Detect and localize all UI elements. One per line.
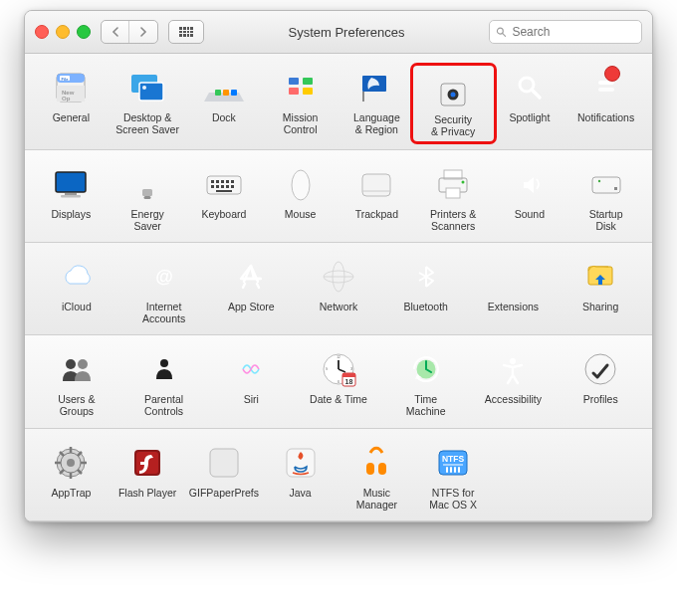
- minimize-window-button[interactable]: [56, 25, 70, 39]
- show-all-button[interactable]: [168, 20, 204, 44]
- pref-item-users[interactable]: Users &Groups: [33, 349, 120, 417]
- extensions-icon: [493, 257, 533, 297]
- pref-item-notifications[interactable]: Notifications: [567, 68, 644, 135]
- pref-item-label: Date & Time: [310, 393, 367, 417]
- pref-item-music[interactable]: MusicManager: [338, 443, 415, 511]
- search-input[interactable]: [510, 24, 635, 40]
- pref-item-label: MissionControl: [283, 111, 319, 135]
- pref-item-energy[interactable]: EnergySaver: [110, 164, 186, 232]
- pref-item-extensions[interactable]: Extensions: [470, 257, 558, 324]
- pref-item-timemachine[interactable]: TimeMachine: [382, 349, 470, 417]
- pref-item-label: General: [53, 111, 90, 135]
- pref-item-label: Dock: [212, 111, 236, 135]
- pref-item-label: Desktop &Screen Saver: [115, 111, 179, 135]
- pref-item-mission[interactable]: MissionControl: [262, 68, 338, 135]
- pref-item-label: Users &Groups: [58, 393, 95, 417]
- pref-item-flash[interactable]: Flash Player: [110, 443, 186, 511]
- app-store-icon: [231, 257, 271, 297]
- pref-item-label: Printers &Scanners: [430, 208, 476, 232]
- profiles-icon: [580, 349, 620, 389]
- sharing-icon: [580, 257, 620, 297]
- parental-controls-icon: [144, 349, 184, 389]
- pref-item-label: Notifications: [577, 111, 634, 135]
- search-icon: [496, 26, 506, 38]
- date-time-icon: [319, 349, 358, 389]
- pref-item-label: Sharing: [582, 301, 618, 324]
- time-machine-icon: [406, 349, 446, 389]
- pref-item-trackpad[interactable]: Trackpad: [338, 164, 415, 232]
- back-button[interactable]: [102, 21, 129, 43]
- pref-item-datetime[interactable]: Date & Time: [295, 349, 382, 417]
- forward-button[interactable]: [129, 21, 157, 43]
- pref-item-displays[interactable]: Displays: [33, 164, 110, 232]
- pref-item-desktop[interactable]: Desktop &Screen Saver: [110, 68, 186, 135]
- pref-item-label: Accessibility: [485, 393, 542, 417]
- pref-item-internet[interactable]: InternetAccounts: [120, 257, 208, 324]
- window-controls: [35, 25, 91, 39]
- pref-item-icloud[interactable]: iCloud: [33, 257, 120, 324]
- pref-item-ntfs[interactable]: NTFS forMac OS X: [415, 443, 492, 511]
- chevron-right-icon: [139, 27, 147, 37]
- pref-item-general[interactable]: General: [33, 68, 110, 135]
- pref-item-label: Siri: [244, 393, 259, 417]
- pref-item-label: Network: [320, 301, 358, 324]
- pref-item-label: Java: [290, 487, 312, 511]
- pref-item-label: Profiles: [583, 393, 618, 417]
- keyboard-icon: [204, 164, 244, 204]
- network-icon: [319, 257, 358, 297]
- pref-item-label: Spotlight: [509, 111, 550, 135]
- pref-item-label: GIFPaperPrefs: [189, 487, 259, 511]
- pref-item-keyboard[interactable]: Keyboard: [186, 164, 263, 232]
- siri-icon: [231, 349, 271, 389]
- pref-item-bluetooth[interactable]: Bluetooth: [382, 257, 470, 324]
- pref-item-label: EnergySaver: [130, 208, 163, 232]
- pref-item-accessibility[interactable]: Accessibility: [470, 349, 558, 417]
- pref-item-mouse[interactable]: Mouse: [262, 164, 338, 232]
- pref-item-spotlight[interactable]: Spotlight: [492, 68, 568, 135]
- pref-item-profiles[interactable]: Profiles: [557, 349, 644, 417]
- mission-control-icon: [281, 68, 321, 107]
- users-groups-icon: [57, 349, 97, 389]
- general-icon: [51, 68, 91, 107]
- pref-item-apptrap[interactable]: AppTrap: [33, 443, 110, 511]
- sound-icon: [510, 164, 550, 204]
- pref-row-3: Users &GroupsParentalControlsSiriDate & …: [25, 335, 652, 428]
- mouse-icon: [281, 164, 321, 204]
- pref-item-appstore[interactable]: App Store: [207, 257, 295, 324]
- pref-item-network[interactable]: Network: [295, 257, 382, 324]
- trackpad-icon: [356, 164, 396, 204]
- pref-item-java[interactable]: Java: [262, 443, 338, 511]
- pref-item-label: Security& Privacy: [431, 113, 475, 137]
- pref-item-label: iCloud: [62, 301, 92, 324]
- pref-item-language[interactable]: Language& Region: [338, 68, 415, 135]
- pref-item-startup[interactable]: StartupDisk: [567, 164, 644, 232]
- pref-item-label: MusicManager: [356, 487, 397, 511]
- pref-item-label: StartupDisk: [589, 208, 623, 232]
- pref-item-label: App Store: [228, 301, 275, 324]
- notifications-icon: [586, 68, 626, 107]
- pref-item-printers[interactable]: Printers &Scanners: [415, 164, 492, 232]
- close-window-button[interactable]: [35, 25, 49, 39]
- pref-row-0: GeneralDesktop &Screen SaverDockMissionC…: [25, 54, 652, 150]
- pref-item-gif[interactable]: GIFPaperPrefs: [186, 443, 263, 511]
- search-field[interactable]: [489, 20, 642, 44]
- pref-item-security[interactable]: Security& Privacy: [415, 68, 492, 139]
- zoom-window-button[interactable]: [77, 25, 91, 39]
- pref-item-label: TimeMachine: [406, 393, 446, 417]
- dock-icon: [204, 68, 244, 107]
- pref-item-sharing[interactable]: Sharing: [557, 257, 644, 324]
- security-privacy-icon: [433, 70, 473, 109]
- pref-item-label: AppTrap: [51, 487, 91, 511]
- pref-item-label: Keyboard: [201, 208, 246, 232]
- pref-item-siri[interactable]: Siri: [207, 349, 295, 417]
- pref-item-label: Mouse: [285, 208, 317, 232]
- pref-item-dock[interactable]: Dock: [186, 68, 263, 135]
- pref-item-label: Displays: [52, 208, 92, 232]
- pref-item-parental[interactable]: ParentalControls: [120, 349, 208, 417]
- icloud-icon: [57, 257, 97, 297]
- printers-scanners-icon: [433, 164, 473, 204]
- language-region-icon: [356, 68, 396, 107]
- pref-row-1: DisplaysEnergySaverKeyboardMouseTrackpad…: [25, 150, 652, 243]
- pref-item-sound[interactable]: Sound: [492, 164, 568, 232]
- flash-player-icon: [127, 443, 167, 483]
